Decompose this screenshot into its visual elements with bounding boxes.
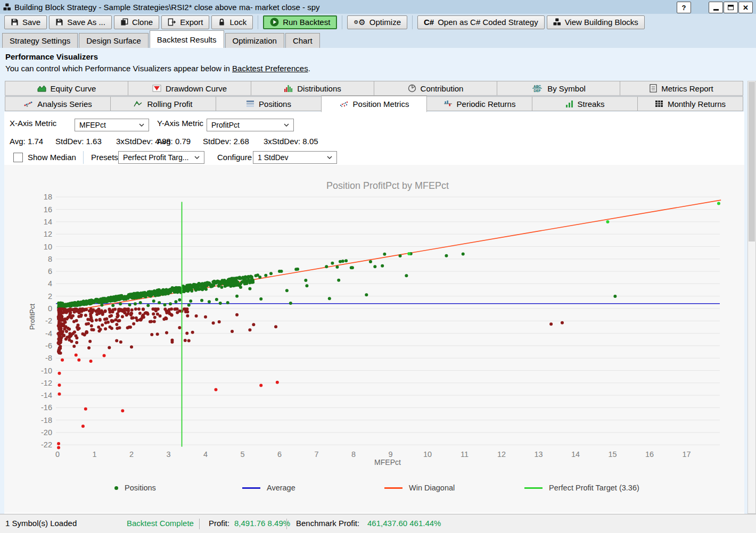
tab-chart[interactable]: Chart <box>285 33 320 48</box>
tab-backtest-results[interactable]: Backtest Results <box>150 30 224 48</box>
open-csharp-button[interactable]: C# Open as C# Coded Strategy <box>417 15 545 29</box>
padlock-icon <box>218 18 226 26</box>
svg-text:-6: -6 <box>45 342 52 350</box>
viz-tab-monthly-returns[interactable]: Monthly Returns <box>637 96 743 111</box>
x-axis-metric-label: X-Axis Metric <box>10 119 56 128</box>
svg-text:3: 3 <box>166 450 170 459</box>
legend-item-average: Average <box>242 481 295 495</box>
viz-tab-streaks[interactable]: Streaks <box>532 96 638 111</box>
show-median-checkbox[interactable] <box>13 153 23 162</box>
axis-metric-controls: X-Axis Metric MFEPct Y-Axis Metric Profi… <box>4 119 744 131</box>
symbols-loaded-status: 1 Symbol(s) Loaded <box>5 519 77 528</box>
y-axis-metric-label: Y-Axis Metric <box>157 119 203 128</box>
toolbar-separator <box>412 15 413 29</box>
help-button[interactable]: ? <box>677 2 691 13</box>
svg-text:4: 4 <box>48 279 52 288</box>
y-axis-metric-select[interactable]: ProfitPct <box>207 119 294 131</box>
viz-tab-contribution[interactable]: Contribution <box>374 81 497 96</box>
toolbar-separator <box>258 15 258 29</box>
maximize-button[interactable] <box>724 2 738 13</box>
viz-tab-metrics-report[interactable]: Metrics Report <box>620 81 743 96</box>
backtest-preferences-link[interactable]: Backtest Preferences <box>232 64 308 73</box>
viz-tab-analysis-series[interactable]: Analysis Series <box>5 96 111 111</box>
clone-button[interactable]: Clone <box>114 15 159 29</box>
run-backtest-button[interactable]: Run Backtest <box>263 15 337 29</box>
vertical-scrollbar[interactable] <box>747 81 756 514</box>
show-median-label: Show Median <box>28 153 76 162</box>
csharp-icon: C# <box>424 18 434 27</box>
grid-table-icon <box>655 100 663 107</box>
configure-label: Configure <box>217 153 252 162</box>
save-button[interactable]: Save <box>4 15 47 29</box>
tab-design-surface[interactable]: Design Surface <box>79 33 149 48</box>
y-axis-title: ProfitPct <box>28 301 36 333</box>
configure-select[interactable]: 1 StdDev <box>253 151 337 164</box>
svg-text:DEF: DEF <box>534 89 541 93</box>
svg-text:-16: -16 <box>41 403 52 412</box>
svg-text:-14: -14 <box>41 391 52 399</box>
svg-text:-18: -18 <box>41 416 52 424</box>
visualizer-tab-row-1: Equity Curve Drawdown Curve Distribution… <box>5 81 743 96</box>
viz-tab-drawdown-curve[interactable]: Drawdown Curve <box>128 81 251 96</box>
updown-bars-icon <box>443 100 453 107</box>
benchmark-profit-label: Benchmark Profit: <box>296 519 359 528</box>
viz-tab-distributions[interactable]: Distributions <box>251 81 374 96</box>
status-separator <box>286 519 287 529</box>
status-separator <box>199 519 200 529</box>
peak-line-icon <box>134 100 143 107</box>
ascending-bars-icon <box>565 100 573 107</box>
scrollbar-thumb[interactable] <box>749 82 755 241</box>
x-avg-stat: Avg: 1.74 <box>10 137 43 146</box>
tick-labels: 181614121086420-2-4-6-8-10-12-14-16-18-2… <box>41 193 691 459</box>
copy-pages-icon <box>120 18 128 26</box>
svg-text:ABC: ABC <box>533 85 541 88</box>
tab-optimization[interactable]: Optimization <box>225 33 284 48</box>
close-icon: ✕ <box>743 4 749 12</box>
scatter-cloud-icon <box>339 101 349 108</box>
save-as-button[interactable]: Save As ... <box>49 15 112 29</box>
visualizer-tab-row-2: Analysis Series Rolling Profit Positions… <box>5 96 743 113</box>
positions-swatch <box>114 486 118 490</box>
view-building-blocks-button[interactable]: View Building Blocks <box>547 15 645 29</box>
viz-tab-position-metrics[interactable]: Position Metrics <box>321 96 427 112</box>
preset-controls: Show Median Presets Perfect Profit Targ.… <box>4 151 744 164</box>
play-circle-icon <box>270 18 279 27</box>
svg-text:-4: -4 <box>45 329 52 338</box>
viz-tab-by-symbol[interactable]: ABCDEF By Symbol <box>497 81 620 96</box>
viz-tab-equity-curve[interactable]: Equity Curve <box>5 81 128 96</box>
svg-text:15: 15 <box>608 450 617 459</box>
status-bar: 1 Symbol(s) Loaded Backtest Complete Pro… <box>0 514 756 533</box>
export-button[interactable]: Export <box>161 15 209 29</box>
svg-text:16: 16 <box>645 450 654 459</box>
svg-text:12: 12 <box>44 230 52 238</box>
legend-item-perfect-profit-target: Perfect Profit Target (3.36) <box>524 481 639 495</box>
presets-select[interactable]: Perfect Profit Targ... <box>118 151 204 164</box>
toolbar: Save Save As ... Clone Export Lock Run B… <box>0 14 756 30</box>
viz-tab-periodic-returns[interactable]: Periodic Returns <box>426 96 532 111</box>
viz-tab-positions[interactable]: Positions <box>216 96 322 111</box>
svg-text:10: 10 <box>423 450 432 459</box>
legend-item-positions: Positions <box>114 481 156 495</box>
svg-text:17: 17 <box>682 450 691 459</box>
svg-text:16: 16 <box>44 205 52 214</box>
chevron-down-icon <box>327 156 332 159</box>
viz-tab-rolling-profit[interactable]: Rolling Profit <box>110 96 216 111</box>
svg-text:1: 1 <box>92 450 96 459</box>
optimize-button[interactable]: ⚙⚙ Optimize <box>347 15 407 29</box>
close-button[interactable]: ✕ <box>738 2 753 13</box>
histogram-icon <box>284 85 293 92</box>
svg-text:-20: -20 <box>41 428 52 437</box>
lock-button[interactable]: Lock <box>211 15 253 29</box>
tab-strategy-settings[interactable]: Strategy Settings <box>2 33 78 48</box>
minimize-button[interactable] <box>709 2 723 13</box>
svg-text:-12: -12 <box>41 379 52 387</box>
building-blocks-icon <box>3 3 11 11</box>
profit-label: Profit: <box>209 519 229 528</box>
svg-text:13: 13 <box>534 450 543 459</box>
toolbar-separator <box>342 15 342 29</box>
maximize-icon <box>728 5 734 10</box>
profit-value: 8,491.76 8.49% <box>234 519 290 528</box>
x-axis-metric-select[interactable]: MFEPct <box>75 119 149 131</box>
svg-text:14: 14 <box>571 450 580 459</box>
x-axis-title: MFEPct <box>19 458 756 467</box>
